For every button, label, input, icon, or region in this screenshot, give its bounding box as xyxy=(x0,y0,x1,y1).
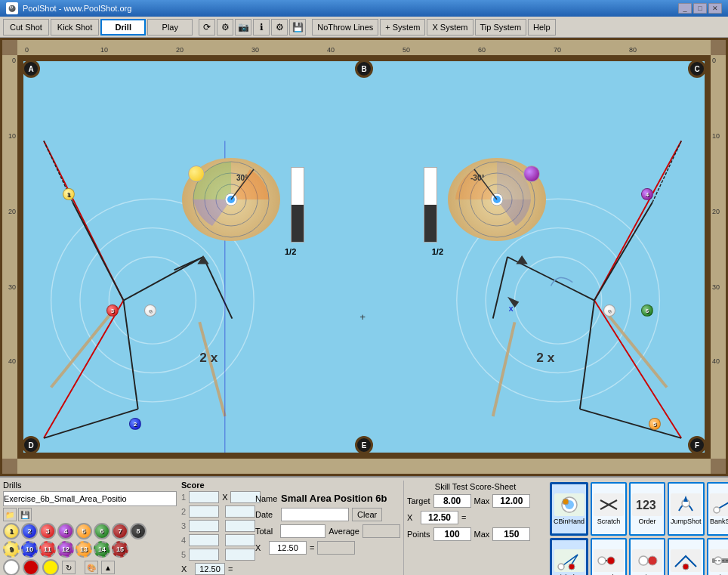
save-drill-icon[interactable]: 💾 xyxy=(18,508,32,521)
jumpshot-button[interactable]: JumpShot xyxy=(668,482,705,536)
x-row: X = xyxy=(255,541,400,555)
ball-btn-12[interactable]: 12 xyxy=(57,541,74,558)
score-input-4[interactable] xyxy=(189,534,219,546)
eq-result[interactable] xyxy=(317,541,355,555)
svg-text:2 x: 2 x xyxy=(536,350,554,365)
x-system-button[interactable]: X System xyxy=(427,19,473,36)
ball-2[interactable]: 2 xyxy=(129,418,141,430)
pocket-b: B xyxy=(355,60,373,78)
cbin-hand-label: CBinHand xyxy=(554,518,585,525)
drills-input[interactable] xyxy=(3,491,177,506)
ball-btn-2[interactable]: 2 xyxy=(21,523,38,539)
red-ball-btn[interactable] xyxy=(23,559,39,575)
settings-icon[interactable]: ⚙ xyxy=(217,19,233,36)
save-icon[interactable]: 💾 xyxy=(289,19,306,36)
score-val-5[interactable] xyxy=(225,549,255,561)
folder-icon[interactable]: 📁 xyxy=(3,508,17,521)
ball-3[interactable]: 3 xyxy=(106,305,119,317)
order-button[interactable]: 123 Order xyxy=(629,482,665,536)
pool-surface[interactable]: + x 2 x 2 x A B C D E F 1 3 ○ 2 4 xyxy=(17,55,711,459)
drill-button[interactable]: Drill xyxy=(100,19,146,36)
gear-icon[interactable]: ⚙ xyxy=(271,19,288,36)
skill-x-input[interactable] xyxy=(421,511,458,524)
score-val-4[interactable] xyxy=(225,534,255,546)
score-input-1[interactable] xyxy=(189,491,219,503)
ball-6[interactable]: 6 xyxy=(641,305,653,317)
svg-point-63 xyxy=(569,564,575,570)
plus-system-button[interactable]: + System xyxy=(380,19,425,36)
score-val-2[interactable] xyxy=(225,505,255,518)
ball-btn-5[interactable]: 5 xyxy=(76,523,92,539)
svg-marker-56 xyxy=(683,496,688,502)
ball-btn-4[interactable]: 4 xyxy=(57,523,74,539)
combo-icon xyxy=(594,549,624,572)
rotate-icon[interactable]: ↻ xyxy=(62,561,76,574)
ball-btn-8[interactable]: 8 xyxy=(130,523,147,539)
skill-max-input[interactable] xyxy=(492,494,530,508)
info-icon[interactable]: ℹ xyxy=(253,19,270,36)
jumpshot-label: JumpShot xyxy=(671,518,702,525)
score-val-3[interactable] xyxy=(225,520,255,532)
kick-shot-button[interactable]: Kick Shot xyxy=(51,19,99,36)
svg-marker-32 xyxy=(507,297,519,308)
tip-system-button[interactable]: Tip System xyxy=(475,19,527,36)
maximize-button[interactable]: □ xyxy=(693,3,707,14)
score-x-input[interactable] xyxy=(195,563,225,575)
total-input[interactable] xyxy=(280,524,325,538)
clear-button[interactable]: Clear xyxy=(352,508,382,521)
cue-ball-right[interactable]: ○ xyxy=(603,305,615,317)
white-ball-btn[interactable] xyxy=(3,559,20,575)
skill-target-input[interactable] xyxy=(433,494,471,508)
yellow-ball-btn[interactable] xyxy=(42,559,59,575)
ball-btn-10[interactable]: 10 xyxy=(21,541,38,558)
name-value: Small Area Position 6b xyxy=(281,493,387,505)
scratch-button[interactable]: Scratch xyxy=(591,482,627,536)
svg-line-23 xyxy=(580,301,594,410)
ball-1[interactable]: 1 xyxy=(63,188,75,200)
carom-button[interactable]: Carom xyxy=(668,538,705,575)
ball-btn-15[interactable]: 15 xyxy=(112,541,128,558)
bankshot-button[interactable]: BankShot xyxy=(707,482,728,536)
up-arrow-icon[interactable]: ▲ xyxy=(101,561,115,574)
ball-btn-9[interactable]: 9 xyxy=(3,541,20,558)
score-input-2[interactable] xyxy=(189,505,219,518)
carom-icon xyxy=(671,549,701,572)
color-icon[interactable]: 🎨 xyxy=(85,561,98,574)
skill-x-row: X = xyxy=(407,511,544,524)
score-input-3[interactable] xyxy=(189,520,219,532)
cut-shot-button[interactable]: Cut Shot xyxy=(3,19,49,36)
ball-btn-7[interactable]: 7 xyxy=(112,523,128,539)
cbin-hand-icon xyxy=(554,493,585,516)
svg-point-69 xyxy=(683,564,689,570)
play-button[interactable]: Play xyxy=(147,19,193,36)
skill-points-max-input[interactable] xyxy=(492,527,530,541)
svg-line-16 xyxy=(199,322,225,416)
nothrow-button[interactable]: NoThrow Lines xyxy=(312,19,378,36)
combo-button[interactable]: Combo xyxy=(591,538,627,575)
camera-icon[interactable]: 📷 xyxy=(235,19,251,36)
refresh-icon[interactable]: ⟳ xyxy=(199,19,215,36)
score-input-5[interactable] xyxy=(189,549,219,561)
skill-points-input[interactable] xyxy=(433,527,471,541)
ball-btn-1[interactable]: 1 xyxy=(3,523,20,539)
ball-btn-14[interactable]: 14 xyxy=(94,541,110,558)
app-title: PoolShot - www.PoolShot.org xyxy=(23,4,131,13)
ball-4[interactable]: 4 xyxy=(641,188,653,200)
kiss-button[interactable]: Kiss xyxy=(629,538,665,575)
ball-btn-11[interactable]: 11 xyxy=(39,541,56,558)
ball-btn-6[interactable]: 6 xyxy=(94,523,110,539)
ball-5[interactable]: 5 xyxy=(649,418,661,430)
ball-btn-13[interactable]: 13 xyxy=(76,541,92,558)
minimize-button[interactable]: _ xyxy=(678,3,692,14)
ball-btn-3[interactable]: 3 xyxy=(39,523,56,539)
cbin-hand-button[interactable]: CBinHand xyxy=(550,482,588,536)
avg-input[interactable] xyxy=(362,524,400,538)
date-input[interactable] xyxy=(281,508,349,521)
svg-point-59 xyxy=(714,507,720,513)
close-button[interactable]: ✕ xyxy=(708,3,722,14)
help-button[interactable]: Help xyxy=(528,19,556,36)
x-val-input[interactable] xyxy=(269,541,307,555)
cue-ball-left[interactable]: ○ xyxy=(144,305,156,317)
hitrail-button[interactable]: HitRail xyxy=(707,538,728,575)
kickshot-button[interactable]: KickShot xyxy=(550,538,588,575)
